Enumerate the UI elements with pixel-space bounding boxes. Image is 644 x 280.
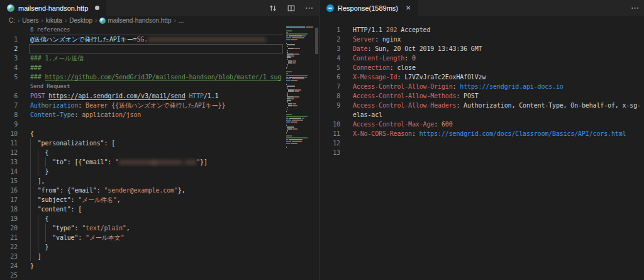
code-line[interactable]: 3### 1.メール送信 xyxy=(0,53,319,63)
code-token: "sender@example.com" xyxy=(104,187,177,194)
code-line[interactable]: 25 xyxy=(0,271,319,280)
line-number: 23 xyxy=(0,252,18,261)
code-line[interactable]: 1@送信ハンズオンで発行したAPIキー=SG.xxxxxxxxxxxxxxxxx… xyxy=(0,35,319,44)
code-line[interactable]: 12 { xyxy=(0,148,319,157)
breadcrumb-item-users[interactable]: Users xyxy=(22,17,38,24)
line-number: 14 xyxy=(0,167,18,176)
response-editor[interactable]: 1HTTP/1.1 202 Accepted2Server: nginx3Dat… xyxy=(319,16,644,280)
code-line[interactable]: 13 "to": [{"email": "xxxxxxxxx@xxxxxxx.x… xyxy=(0,157,319,167)
code-line[interactable]: 10{ xyxy=(0,129,319,138)
code-line[interactable]: 21 "value": "メール本文" xyxy=(0,233,319,242)
code-token: : xyxy=(434,121,441,128)
code-token: "メール件名" xyxy=(78,196,116,203)
minimap-row xyxy=(286,128,314,130)
minimap-row xyxy=(286,84,314,85)
code-line[interactable]: 15 ], xyxy=(0,176,319,186)
code-token: Access-Control-Allow-Origin xyxy=(353,83,453,90)
link-text[interactable]: https://sendgrid.api-docs.io xyxy=(460,83,563,90)
code-token: } xyxy=(30,244,48,250)
tab-mailsend-handson[interactable]: mailsend-handson.http xyxy=(0,0,106,16)
scrollbar-thumb[interactable] xyxy=(315,28,318,54)
code-line[interactable]: 3Date: Sun, 20 Oct 2019 13:43:36 GMT xyxy=(319,44,644,53)
code-text: Access-Control-Allow-Methods: POST xyxy=(353,91,644,101)
code-line[interactable]: 12 xyxy=(319,138,644,148)
split-editor-icon[interactable] xyxy=(287,4,296,13)
breadcrumb: C:›Users›kikuta›Desktop›mailsend-handson… xyxy=(0,16,319,25)
code-line[interactable]: 11 "personalizations": [ xyxy=(0,138,319,148)
line-number: 3 xyxy=(319,44,340,53)
code-token: { xyxy=(30,215,48,222)
minimap-row xyxy=(286,98,314,99)
code-line[interactable]: 5### https://github.com/SendGridJP/mails… xyxy=(0,72,319,82)
code-line[interactable]: 11X-No-CORS-Reason: https://sendgrid.com… xyxy=(319,129,644,138)
code-line[interactable]: 18 "content": [ xyxy=(0,204,319,214)
minimap-row xyxy=(286,46,314,47)
minimap-row xyxy=(286,132,314,133)
minimap-row xyxy=(286,66,314,67)
breadcrumb-item-kikuta[interactable]: kikuta xyxy=(46,17,62,24)
minimap-row xyxy=(286,125,314,126)
code-line[interactable]: 2Server: nginx xyxy=(319,35,644,44)
code-line[interactable]: 7Access-Control-Allow-Origin: https://se… xyxy=(319,82,644,91)
code-line[interactable]: 9Access-Control-Allow-Headers: Authoriza… xyxy=(319,101,644,110)
code-line[interactable]: 19 { xyxy=(0,214,319,223)
code-line[interactable]: 22 } xyxy=(0,242,319,252)
http-file-icon xyxy=(7,4,14,12)
references-codelens[interactable]: 6 references xyxy=(0,25,319,35)
minimap-row xyxy=(286,101,314,103)
codelens-link[interactable]: Send Request xyxy=(30,83,70,89)
code-line[interactable]: 24} xyxy=(0,261,319,271)
code-token: : L7VZvJraTc2EoxHAfOlVzw xyxy=(397,74,486,81)
code-line[interactable]: 5Connection: close xyxy=(319,63,644,72)
close-icon[interactable]: ✕ xyxy=(406,4,411,11)
code-line[interactable]: 9 xyxy=(0,120,319,129)
code-line[interactable]: 16 "from": {"email": "sender@example.com… xyxy=(0,186,319,195)
more-actions-icon[interactable]: ⋯ xyxy=(631,3,640,13)
code-line[interactable]: 4Content-Length: 0 xyxy=(319,53,644,63)
minimap-row xyxy=(286,87,314,89)
link-text[interactable]: https://github.com/SendGridJP/mailsend-h… xyxy=(45,74,281,81)
line-number: 12 xyxy=(319,138,340,148)
code-line[interactable]: 23 ] xyxy=(0,252,319,261)
code-text xyxy=(30,44,286,53)
minimap-row xyxy=(286,107,314,108)
breadcrumb-item-desktop[interactable]: Desktop xyxy=(69,17,92,24)
compare-changes-icon[interactable] xyxy=(269,4,277,13)
left-editor[interactable]: 6 references1@送信ハンズオンで発行したAPIキー=SG.xxxxx… xyxy=(0,25,319,280)
minimap-row xyxy=(286,109,314,110)
line-number: 1 xyxy=(319,25,340,35)
code-line[interactable]: 6POST https://api.sendgrid.com/v3/mail/s… xyxy=(0,91,319,101)
code-line[interactable]: 2 xyxy=(0,44,319,53)
code-token: : Authorization, Content-Type, On-behalf… xyxy=(456,102,641,109)
code-line[interactable]: 14 } xyxy=(0,167,319,176)
code-line[interactable]: 6X-Message-Id: L7VZvJraTc2EoxHAfOlVzw xyxy=(319,72,644,82)
code-token: POST xyxy=(30,92,45,99)
code-line[interactable]: 8Content-Type: application/json xyxy=(0,110,319,120)
minimap-row xyxy=(286,121,314,123)
code-line[interactable]: elas-acl xyxy=(319,110,644,120)
tab-response[interactable]: Response(1589ms) ✕ xyxy=(319,0,418,16)
code-line[interactable]: 4### xyxy=(0,63,319,72)
link-text[interactable]: https://api.sendgrid.com/v3/mail/send xyxy=(48,92,185,99)
breadcrumb-item-[interactable]: ... xyxy=(179,17,184,24)
unsaved-changes-dot[interactable] xyxy=(95,6,99,10)
code-line[interactable]: 8Access-Control-Allow-Methods: POST xyxy=(319,91,644,101)
code-line[interactable]: 13 xyxy=(319,148,644,157)
code-line[interactable]: 20 "type": "text/plain", xyxy=(0,223,319,233)
codelens-link[interactable]: 6 references xyxy=(30,26,70,33)
breadcrumb-item-mailsendhandsonhttp[interactable]: mailsend-handson.http xyxy=(99,17,171,24)
code-line[interactable]: 10Access-Control-Max-Age: 600 xyxy=(319,120,644,129)
send-request-codelens[interactable]: Send Request xyxy=(0,82,319,91)
code-line[interactable]: 1HTTP/1.1 202 Accepted xyxy=(319,25,644,35)
link-text[interactable]: https://sendgrid.com/docs/Classroom/Basi… xyxy=(419,130,626,137)
code-text xyxy=(30,120,286,129)
minimap-row xyxy=(286,100,314,101)
more-actions-icon[interactable]: ⋯ xyxy=(305,3,314,13)
code-token: elas-acl xyxy=(353,111,382,118)
breadcrumb-item-c[interactable]: C: xyxy=(9,17,15,24)
minimap[interactable] xyxy=(286,26,314,150)
minimap-row xyxy=(286,33,314,35)
code-line[interactable]: 17 "subject": "メール件名", xyxy=(0,195,319,204)
code-line[interactable]: 7Authorization: Bearer {{送信ハンズオンで発行したAPI… xyxy=(0,101,319,110)
tab-title: mailsend-handson.http xyxy=(18,4,88,12)
